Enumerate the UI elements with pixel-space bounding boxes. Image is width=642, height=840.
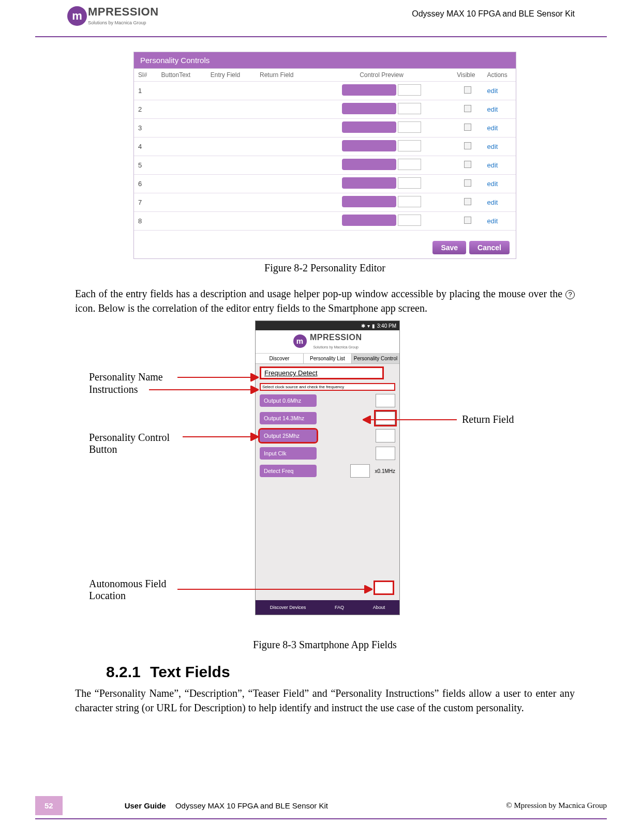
visible-checkbox[interactable]	[464, 124, 471, 131]
para1-part-a: Each of the entry fields has a descripti…	[75, 288, 565, 299]
logo: m MPRESSION Solutions by Macnica Group	[67, 6, 159, 26]
personality-editor-screenshot: Personality Controls Sl# ButtonText Entr…	[133, 52, 516, 259]
table-row: 8 edit	[134, 212, 516, 231]
control-button[interactable]: Input Clk	[260, 447, 317, 460]
table-row: 6 edit	[134, 175, 516, 193]
editor-titlebar: Personality Controls	[134, 52, 516, 69]
phone-logo-mark-icon: m	[293, 334, 307, 348]
section-heading: 8.2.1 Text Fields	[106, 663, 575, 681]
phone-diagram: ✱ ▾ ▮ 3:40 PM m MPRESSION Solutions by M…	[77, 320, 573, 636]
table-row: 1 edit	[134, 82, 516, 100]
phone-control-row: Output 25Mhz	[256, 428, 399, 446]
page-footer: 52 User Guide Odyssey MAX 10 FPGA and BL…	[0, 796, 642, 819]
return-field-box	[376, 429, 395, 442]
figure-8-3-caption: Figure 8-3 Smartphone App Fields	[75, 639, 575, 651]
instructions-field: Select clock source and check the freque…	[260, 383, 395, 391]
visible-checkbox[interactable]	[464, 105, 471, 112]
control-button[interactable]: Output 25Mhz	[260, 430, 317, 442]
status-bar: ✱ ▾ ▮ 3:40 PM	[256, 321, 399, 330]
tab-discover[interactable]: Discover	[256, 354, 304, 363]
col-buttontext: ButtonText	[157, 69, 206, 82]
edit-link[interactable]: edit	[487, 105, 498, 113]
callout-instructions: Instructions	[89, 384, 138, 395]
cancel-button[interactable]: Cancel	[469, 241, 510, 254]
phone-control-row: Input Clk	[256, 446, 399, 463]
col-actions: Actions	[483, 69, 516, 82]
edit-link[interactable]: edit	[487, 143, 498, 150]
visible-checkbox[interactable]	[464, 142, 471, 149]
table-header-row: Sl# ButtonText Entry Field Return Field …	[134, 69, 516, 82]
col-controlpreview: Control Preview	[310, 69, 453, 82]
field-suffix: x0.1MHz	[375, 468, 395, 474]
col-returnfield: Return Field	[256, 69, 310, 82]
control-button[interactable]: Output 0.6Mhz	[260, 394, 317, 407]
return-field-box	[376, 447, 395, 460]
save-button[interactable]: Save	[432, 241, 466, 254]
return-field-box	[376, 394, 395, 407]
phone-logo-tagline: Solutions by Macnica Group	[313, 345, 359, 349]
phone-logo-brand: MPRESSION	[310, 333, 362, 342]
editor-table: Sl# ButtonText Entry Field Return Field …	[134, 69, 516, 231]
edit-link[interactable]: edit	[487, 124, 498, 132]
wifi-icon: ▾	[367, 323, 370, 329]
edit-link[interactable]: edit	[487, 87, 498, 95]
col-entryfield: Entry Field	[206, 69, 256, 82]
autonomous-field-box	[374, 581, 394, 595]
phone-logo-bar: m MPRESSION Solutions by Macnica Group	[256, 330, 399, 354]
visible-checkbox[interactable]	[464, 217, 471, 224]
table-row: 4 edit	[134, 138, 516, 156]
section-title: Text Fields	[150, 663, 230, 680]
return-field-box	[376, 411, 395, 425]
control-button[interactable]: Detect Freq	[260, 465, 317, 477]
phone-tabs: Discover Personality List Personality Co…	[256, 354, 399, 364]
footer-kit-label: Odyssey MAX 10 FPGA and BLE Sensor Kit	[175, 801, 328, 810]
callout-return-field: Return Field	[462, 414, 514, 425]
logo-brand: MPRESSION	[88, 5, 159, 18]
page-header: m MPRESSION Solutions by Macnica Group O…	[0, 0, 642, 36]
footer-rule	[35, 818, 607, 819]
paragraph-1: Each of the entry fields has a descripti…	[75, 286, 575, 315]
visible-checkbox[interactable]	[464, 86, 471, 94]
visible-checkbox[interactable]	[464, 198, 471, 205]
control-button[interactable]: Output 14.3Mhz	[260, 412, 317, 424]
nav-faq[interactable]: FAQ	[335, 605, 344, 610]
visible-checkbox[interactable]	[464, 161, 471, 168]
phone-bottom-nav: Discover Devices FAQ About	[256, 600, 399, 615]
table-row: 7 edit	[134, 193, 516, 212]
edit-link[interactable]: edit	[487, 198, 498, 206]
bluetooth-icon: ✱	[361, 323, 365, 329]
phone-control-row: Output 14.3Mhz	[256, 410, 399, 428]
status-time: 3:40 PM	[377, 323, 396, 329]
figure-8-2-caption: Figure 8-2 Personality Editor	[75, 262, 575, 274]
phone-control-row: Detect Freqx0.1MHz	[256, 463, 399, 481]
paragraph-2: The “Personality Name”, “Description”, “…	[75, 686, 575, 715]
visible-checkbox[interactable]	[464, 179, 471, 187]
logo-tagline: Solutions by Macnica Group	[88, 20, 146, 25]
section-number: 8.2.1	[106, 663, 141, 680]
para1-part-b: icon. Below is the correlation of the ed…	[75, 302, 427, 314]
page-number: 52	[35, 796, 63, 815]
logo-mark-icon: m	[67, 6, 87, 26]
return-field-box	[350, 464, 370, 478]
callout-control-button: Personality Control Button	[89, 432, 187, 455]
smartphone-screenshot: ✱ ▾ ▮ 3:40 PM m MPRESSION Solutions by M…	[255, 320, 400, 615]
callout-personality-name: Personality Name	[89, 371, 163, 383]
col-sl: Sl#	[134, 69, 157, 82]
nav-discover[interactable]: Discover Devices	[270, 605, 306, 610]
phone-control-row: Output 0.6Mhz	[256, 393, 399, 410]
table-row: 2 edit	[134, 100, 516, 119]
tab-personality-list[interactable]: Personality List	[304, 354, 352, 363]
edit-link[interactable]: edit	[487, 217, 498, 225]
footer-guide-label: User Guide	[125, 801, 166, 810]
footer-copyright: © Mpression by Macnica Group	[506, 801, 607, 810]
edit-link[interactable]: edit	[487, 161, 498, 169]
edit-link[interactable]: edit	[487, 180, 498, 188]
nav-about[interactable]: About	[373, 605, 385, 610]
tab-personality-control[interactable]: Personality Control	[352, 354, 399, 363]
battery-icon: ▮	[372, 323, 375, 329]
col-visible: Visible	[453, 69, 483, 82]
personality-name-field: Frequency Detect	[260, 366, 384, 379]
help-icon: ?	[565, 290, 575, 299]
table-row: 5 edit	[134, 156, 516, 175]
table-row: 3 edit	[134, 119, 516, 138]
